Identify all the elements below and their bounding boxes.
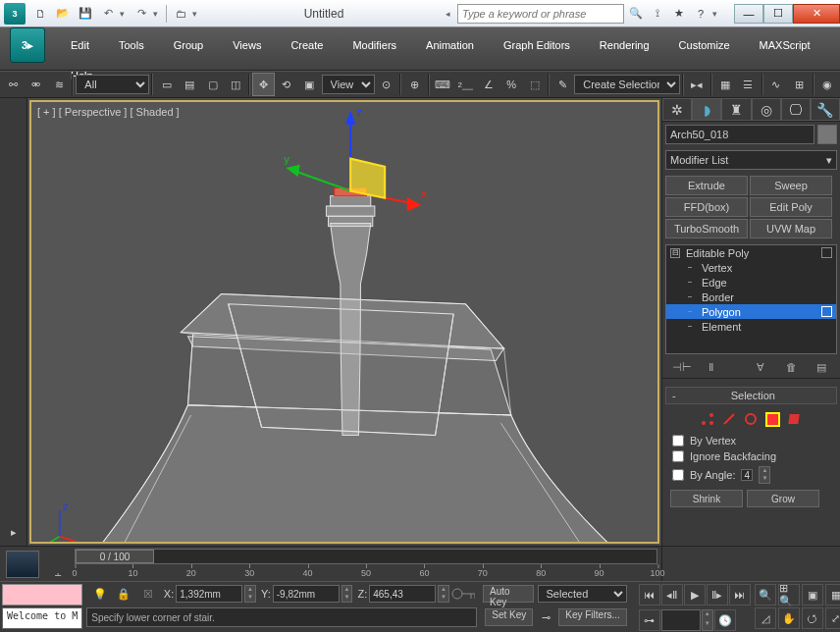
time-ruler[interactable]: 0102030405060708090100 — [75, 564, 657, 578]
y-coord-input[interactable] — [273, 585, 340, 603]
goto-start-icon[interactable]: ⏮ — [639, 584, 660, 606]
next-frame-icon[interactable]: Ⅱ▸ — [707, 584, 728, 606]
object-color-swatch[interactable] — [817, 125, 837, 144]
menu-customize[interactable]: Customize — [665, 36, 744, 54]
ref-coord-combo[interactable]: View — [322, 75, 375, 94]
zoom-extents-all-icon[interactable]: ▦ — [825, 584, 840, 606]
window-crossing-icon[interactable]: ◫ — [225, 73, 246, 96]
comm-center-icon[interactable]: ⟟ — [648, 4, 667, 24]
expand-icon[interactable]: ⊟ — [670, 248, 680, 258]
spinner-snap-icon[interactable]: ⬚ — [523, 73, 545, 96]
redo-icon[interactable]: ↷ — [131, 4, 152, 24]
select-object-icon[interactable]: ▭ — [155, 73, 177, 96]
polygon-so-icon[interactable] — [765, 412, 780, 427]
undo-icon[interactable]: ↶ — [97, 4, 119, 24]
curve-editor-icon[interactable]: ∿ — [765, 73, 787, 96]
by-vertex-checkbox[interactable] — [672, 435, 684, 447]
autokey-button[interactable]: Auto Key — [483, 585, 534, 603]
menu-views[interactable]: Views — [219, 36, 275, 54]
x-coord-input[interactable] — [176, 585, 242, 603]
mod-btn-sweep[interactable]: Sweep — [750, 176, 832, 195]
select-region-icon[interactable]: ▢ — [201, 73, 223, 96]
pivot-center-icon[interactable]: ⊙ — [376, 73, 397, 96]
keymode-combo[interactable]: Selected — [538, 585, 627, 603]
mirror-icon[interactable]: ▸◂ — [686, 73, 708, 96]
rollout-selection-header[interactable]: - Selection — [665, 387, 837, 404]
lightbulb-icon[interactable]: 💡 — [88, 582, 111, 606]
stack-item-vertex[interactable]: Vertex — [666, 260, 836, 275]
make-unique-icon[interactable]: ∀ — [752, 361, 769, 374]
stack-item-element[interactable]: Element — [666, 319, 836, 334]
select-name-icon[interactable]: ▤ — [179, 73, 200, 96]
perspective-viewport[interactable]: [ + ] [ Perspective ] [ Shaded ] — [29, 100, 659, 544]
binoculars-icon[interactable]: 🔍 — [626, 4, 646, 24]
pan-icon[interactable]: ✋ — [778, 607, 800, 629]
setkey-large-icon[interactable]: ⊸ — [537, 608, 554, 626]
menu-edit[interactable]: Edit — [57, 36, 103, 54]
search-input[interactable] — [457, 4, 624, 24]
mod-btn-turbosmooth[interactable]: TurboSmooth — [665, 219, 748, 238]
percent-snap-icon[interactable]: % — [500, 73, 522, 96]
key-mode-toggle-icon[interactable]: ⊶ — [639, 609, 660, 631]
zoom-icon[interactable]: 🔍 — [755, 584, 776, 606]
zoom-all-icon[interactable]: ⊞🔍 — [778, 584, 800, 606]
snap-toggle-icon[interactable]: 2⸏ — [454, 73, 476, 96]
angle-spinner-buttons[interactable]: ▲▼ — [759, 466, 770, 484]
configure-sets-icon[interactable]: ▤ — [813, 361, 830, 374]
pin-stack-icon[interactable]: ⊣⊢ — [672, 361, 690, 374]
help-icon[interactable]: ? — [691, 4, 710, 24]
remove-mod-icon[interactable]: 🗑 — [782, 361, 800, 374]
favorites-icon[interactable]: ★ — [669, 4, 689, 24]
tab-display[interactable]: 🖵 — [781, 98, 811, 121]
bind-spacewarp-icon[interactable]: ≋ — [48, 73, 70, 96]
named-selection-combo[interactable]: Create Selection Se — [574, 75, 680, 94]
current-frame-input[interactable] — [661, 609, 701, 631]
z-spinner[interactable]: ▲▼ — [438, 585, 448, 603]
grow-button[interactable]: Grow — [747, 490, 819, 507]
time-slider-track[interactable]: 0 / 100 — [75, 549, 657, 564]
stack-item-polygon[interactable]: Polygon — [666, 304, 836, 319]
frame-spinner[interactable]: ▲▼ — [702, 609, 713, 631]
stack-item-edge[interactable]: Edge — [666, 275, 836, 290]
keyfilters-button[interactable]: Key Filters... — [558, 608, 627, 626]
fov-icon[interactable]: ◿ — [755, 607, 776, 629]
minimize-button[interactable]: — — [734, 4, 763, 24]
mod-btn-editpoly[interactable]: Edit Poly — [750, 197, 832, 217]
unlink-icon[interactable]: ⚮ — [25, 73, 46, 96]
setkey-button[interactable]: Set Key — [485, 608, 533, 626]
isolate-icon[interactable]: ☒ — [137, 582, 160, 606]
tab-utilities[interactable]: 🔧 — [811, 98, 840, 121]
menu-group[interactable]: Group — [160, 36, 218, 54]
material-editor-icon[interactable]: ◉ — [816, 73, 838, 96]
shrink-button[interactable]: Shrink — [670, 490, 743, 507]
menu-create[interactable]: Create — [277, 36, 337, 54]
save-file-icon[interactable]: 💾 — [75, 4, 96, 24]
modifier-list-combo[interactable]: Modifier List ▾ — [665, 150, 837, 170]
project-icon[interactable]: 🗀 — [170, 4, 191, 24]
x-spinner[interactable]: ▲▼ — [244, 585, 255, 603]
border-so-icon[interactable] — [744, 412, 758, 426]
prev-frame-icon[interactable]: ◂Ⅱ — [661, 584, 683, 606]
align-icon[interactable]: ▦ — [714, 73, 736, 96]
trackbar-toggle-icon[interactable]: ⫠ — [53, 567, 64, 579]
new-file-icon[interactable]: 🗋 — [29, 4, 51, 24]
select-rotate-icon[interactable]: ⟲ — [276, 73, 297, 96]
show-end-icon[interactable]: Ⅱ — [703, 361, 720, 374]
time-slider-handle[interactable]: 0 / 100 — [76, 550, 154, 563]
goto-end-icon[interactable]: ⏭ — [729, 584, 751, 606]
play-icon[interactable]: ▶ — [684, 584, 706, 606]
maximize-viewport-icon[interactable]: ⤢ — [825, 607, 840, 629]
layers-icon[interactable]: ☰ — [737, 73, 759, 96]
select-scale-icon[interactable]: ▣ — [298, 73, 320, 96]
object-name-field[interactable] — [665, 125, 814, 144]
viewport-expand-icon[interactable]: ▸ — [3, 522, 25, 542]
application-menu-button[interactable]: 3▸ — [10, 27, 45, 63]
element-so-icon[interactable] — [788, 412, 802, 426]
mod-btn-ffdbox[interactable]: FFD(box) — [665, 197, 748, 217]
menu-rendering[interactable]: Rendering — [586, 36, 663, 54]
chevron-left-icon[interactable]: ◂ — [446, 9, 455, 19]
tab-hierarchy[interactable]: ♜ — [721, 98, 751, 121]
edit-named-sel-icon[interactable]: ✎ — [551, 73, 573, 96]
trackbar-thumb[interactable] — [6, 551, 39, 578]
mod-btn-uvwmap[interactable]: UVW Map — [750, 219, 832, 238]
